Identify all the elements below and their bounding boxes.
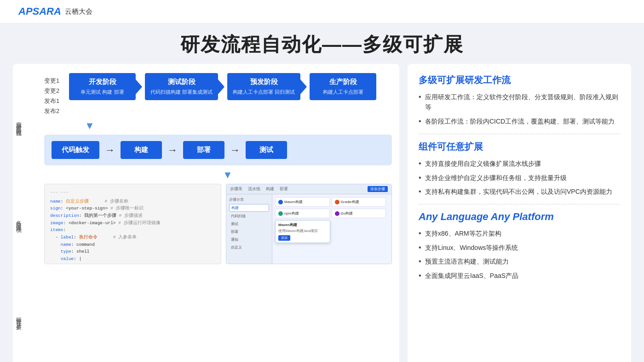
vlabels-container: 应用研发阶段流程 各阶段流水线 组件可任意扩展 — [16, 73, 22, 362]
flow-step-4: 测试 — [246, 141, 287, 159]
page-title-area: 研发流程自动化——多级可扩展 — [0, 23, 644, 64]
stage-dev-sub: 单元测试 构建 部署 — [75, 89, 130, 96]
section3-bullet-3: 预置主流语言构建、测试能力 — [419, 256, 620, 266]
section2-title: 组件可任意扩展 — [419, 141, 620, 153]
stage-test-title: 测试阶段 — [150, 78, 213, 86]
stage-pre-sub: 构建人工卡点部署 回归测试 — [233, 89, 295, 96]
stage-pre-title: 预发阶段 — [233, 78, 295, 86]
ss-tab-2: 流水线 — [248, 186, 260, 192]
ss-tab-3: 构建 — [266, 186, 274, 192]
stage-prod-sub: 构建人工卡点部署 — [315, 89, 371, 96]
flow-steps: 代码触发 → 构建 → 部署 → 测试 — [52, 141, 385, 159]
ss-sidebar-label: 步骤分类 — [229, 197, 269, 202]
row3: --- --- name: 自定义步骤 # 步骤名称 sign: <your-s… — [44, 184, 392, 264]
stage-prod: 生产阶段 构建人工卡点部署 — [310, 73, 376, 100]
row2-flow: 代码触发 → 构建 → 部署 → 测试 — [44, 135, 392, 165]
stage-dev-title: 开发阶段 — [75, 78, 130, 86]
section3-bullet-4: 全面集成阿里云IaaS、PaaS产品 — [419, 271, 620, 281]
ss-body: 步骤分类 构建 代码扫描 测试 部署 通知 自定义 Maven构建 — [226, 194, 391, 264]
main-content: 应用研发阶段流程 各阶段流水线 组件可任意扩展 变更1 变更2 发布1 发布2 … — [0, 64, 644, 362]
section1-bullet-1: 应用研发工作流：定义软件交付阶段、分支晋级规则、阶段准入规则等 — [419, 92, 620, 113]
header: APSARA 云栖大会 — [0, 0, 644, 23]
flow-step-1: 代码触发 — [52, 141, 99, 159]
stage-test: 测试阶段 代码扫描构建 部署集成测试 — [145, 73, 218, 100]
publish-label-1: 发布1 — [44, 97, 64, 105]
ss-sidebar: 步骤分类 构建 代码扫描 测试 部署 通知 自定义 — [226, 194, 272, 264]
change-labels: 变更1 变更2 发布1 发布2 — [44, 73, 64, 115]
ss-tab-4: 部署 — [280, 186, 288, 192]
publish-label-2: 发布2 — [44, 107, 64, 115]
section2-bullet-3: 支持私有构建集群，实现代码不出公网，以及访问VPC内资源能力 — [419, 187, 620, 197]
section2-bullet-1: 支持直接使用自定义镜像扩展流水线步骤 — [419, 158, 620, 169]
down-arrow-2: ▼ — [223, 169, 392, 181]
ss-cat-4[interactable]: 部署 — [229, 228, 269, 235]
divider-1 — [419, 134, 620, 134]
ss-tab-1: 步骤库 — [230, 186, 242, 192]
section3-title: Any Language Any Platform — [419, 211, 620, 223]
ss-cat-3[interactable]: 测试 — [229, 221, 269, 227]
stage-test-sub: 代码扫描构建 部署集成测试 — [150, 89, 213, 96]
page-title: 研发流程自动化——多级可扩展 — [0, 32, 644, 57]
section1-bullet-2: 各阶段工作流：阶段内CICD工作流，覆盖构建、部署、测试等能力 — [419, 116, 620, 126]
right-panel: 多级可扩展研发工作流 应用研发工作流：定义软件交付阶段、分支晋级规则、阶段准入规… — [408, 64, 631, 362]
change-label-2: 变更2 — [44, 87, 64, 95]
ss-cat-2[interactable]: 代码扫描 — [229, 213, 269, 220]
section3-bullet-2: 支持Linux、Windows等操作系统 — [419, 243, 620, 253]
ss-item-3[interactable]: npm构建 — [275, 209, 330, 218]
section1-bullets: 应用研发工作流：定义软件交付阶段、分支晋级规则、阶段准入规则等 各阶段工作流：阶… — [419, 92, 620, 126]
stages-container: 开发阶段 单元测试 构建 部署 测试阶段 代码扫描构建 部署集成测试 预发阶段 … — [69, 73, 392, 100]
down-arrow-1: ▼ — [85, 120, 392, 132]
ss-button[interactable]: 添加步骤 — [368, 186, 388, 192]
vlabel-2: 各阶段流水线 — [16, 216, 22, 224]
flow-step-2: 构建 — [121, 141, 162, 159]
logo: APSARA 云栖大会 — [18, 6, 92, 17]
ss-item-1[interactable]: Maven构建 — [275, 197, 330, 207]
stage-dev: 开发阶段 单元测试 构建 部署 — [69, 73, 136, 100]
flow-arrow-3: → — [230, 144, 240, 156]
section2-bullet-2: 支持企业维护自定义步骤和任务组，支持批量升级 — [419, 173, 620, 183]
ss-cat-6[interactable]: 自定义 — [229, 244, 269, 251]
divider-2 — [419, 204, 620, 204]
ss-cat-1[interactable]: 构建 — [229, 204, 269, 212]
flow-step-3: 部署 — [183, 141, 224, 159]
vlabel-1: 应用研发阶段流程 — [16, 117, 22, 128]
ss-cat-5[interactable]: 通知 — [229, 236, 269, 243]
flow-arrow-2: → — [167, 144, 178, 156]
stage-prod-title: 生产阶段 — [315, 78, 371, 86]
ss-tooltip: Maven构建 使用Maven构建Java项目 添加 — [275, 220, 330, 243]
ss-main: Maven构建 Gradle构建 npm构建 — [272, 194, 391, 264]
logo-apsara-text: APSARA — [18, 6, 61, 17]
section1-title: 多级可扩展研发工作流 — [419, 74, 620, 86]
left-panel: 应用研发阶段流程 各阶段流水线 组件可任意扩展 变更1 变更2 发布1 发布2 … — [13, 64, 399, 362]
row1: 变更1 变更2 发布1 发布2 开发阶段 单元测试 构建 部署 测试阶段 代码扫… — [44, 73, 392, 115]
ss-header: 步骤库 流水线 构建 部署 添加步骤 — [226, 184, 391, 194]
stage-pre: 预发阶段 构建人工卡点部署 回归测试 — [227, 73, 300, 100]
section3-bullet-1: 支持x86、ARM等芯片架构 — [419, 228, 620, 238]
section3-bullets: 支持x86、ARM等芯片架构 支持Linux、Windows等操作系统 预置主流… — [419, 228, 620, 281]
vlabel-3: 组件可任意扩展 — [16, 312, 22, 322]
section2-bullets: 支持直接使用自定义镜像扩展流水线步骤 支持企业维护自定义步骤和任务组，支持批量升… — [419, 158, 620, 197]
ss-item-2[interactable]: Gradle构建 — [332, 197, 386, 207]
code-block: --- --- name: 自定义步骤 # 步骤名称 sign: <your-s… — [44, 184, 221, 264]
ss-item-4[interactable]: Go构建 — [332, 209, 386, 218]
flow-arrow-1: → — [105, 144, 115, 156]
screenshot-block: 步骤库 流水线 构建 部署 添加步骤 步骤分类 构建 代码扫描 测试 部署 通 — [226, 184, 392, 264]
logo-cn-text: 云栖大会 — [65, 7, 92, 16]
change-label-1: 变更1 — [44, 77, 64, 85]
ss-items: Maven构建 Gradle构建 npm构建 — [275, 197, 389, 218]
